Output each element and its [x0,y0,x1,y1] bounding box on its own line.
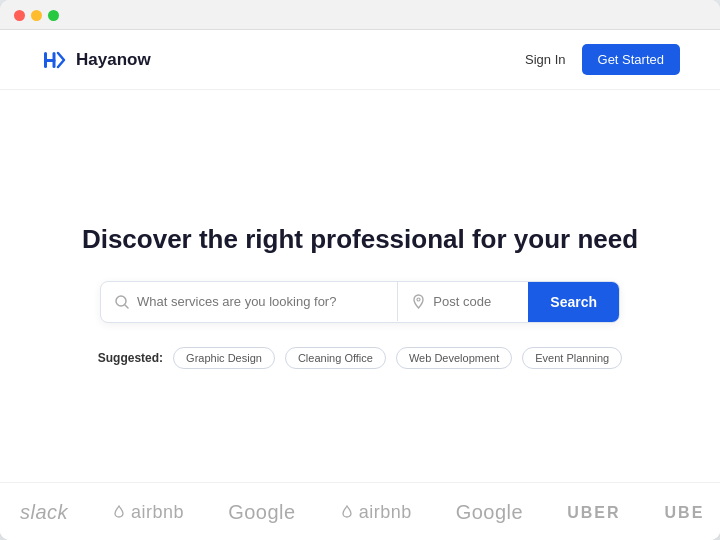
fullscreen-dot[interactable] [48,10,59,21]
svg-rect-2 [44,59,56,62]
browser-content: Hayanow Sign In Get Started Discover the… [0,30,720,540]
slack-logo: slack [20,501,68,524]
browser-chrome [0,0,720,30]
logos-strip: slack airbnb Google airbnb Google UBER U… [0,482,720,540]
minimize-dot[interactable] [31,10,42,21]
google-logo-2: Google [456,501,524,524]
tag-cleaning-office[interactable]: Cleaning Office [285,347,386,369]
search-bar: Search [100,281,620,323]
svg-point-5 [417,298,420,301]
get-started-button[interactable]: Get Started [582,44,680,75]
navbar: Hayanow Sign In Get Started [0,30,720,90]
location-icon [412,294,425,309]
airbnb-logo-2: airbnb [340,502,412,523]
logo-icon [40,46,68,74]
svg-line-4 [125,305,128,308]
uber-logo-1: UBER [567,504,620,522]
search-left [101,282,398,321]
hero-section: Discover the right professional for your… [0,90,720,482]
browser-window: Hayanow Sign In Get Started Discover the… [0,0,720,540]
nav-actions: Sign In Get Started [525,44,680,75]
airbnb-logo-1: airbnb [112,502,184,523]
sign-in-button[interactable]: Sign In [525,52,565,67]
tag-graphic-design[interactable]: Graphic Design [173,347,275,369]
google-logo-1: Google [228,501,296,524]
service-input[interactable] [137,282,383,321]
search-icon [115,295,129,309]
uber-logo-2: UBE [665,504,705,522]
tag-web-development[interactable]: Web Development [396,347,512,369]
tag-event-planning[interactable]: Event Planning [522,347,622,369]
close-dot[interactable] [14,10,25,21]
logo: Hayanow [40,46,151,74]
logos-inner: slack airbnb Google airbnb Google UBER U… [0,501,720,524]
postcode-input[interactable] [433,282,513,321]
suggested-label: Suggested: [98,351,163,365]
search-button[interactable]: Search [528,282,619,322]
hero-title: Discover the right professional for your… [82,223,638,257]
suggested-row: Suggested: Graphic Design Cleaning Offic… [98,347,622,369]
search-right [398,282,528,321]
logo-text: Hayanow [76,50,151,70]
